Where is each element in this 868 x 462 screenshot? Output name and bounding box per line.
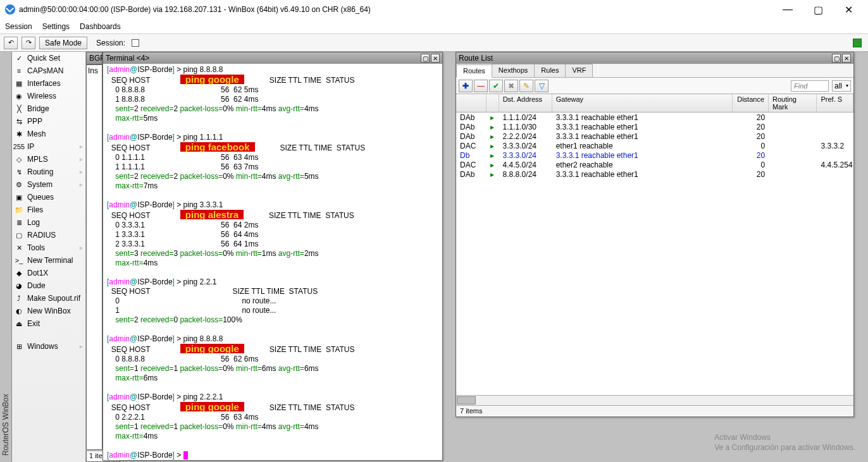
- terminal-title: Terminal <4>: [106, 54, 419, 63]
- sidebar-item-new-terminal[interactable]: >_New Terminal: [12, 254, 85, 267]
- maximize-button[interactable]: ▢: [809, 4, 828, 16]
- sidebar-item-new-winbox[interactable]: ◐New WinBox: [12, 305, 85, 317]
- route-row[interactable]: DAb▸8.8.8.0/243.3.3.1 reachable ether120: [456, 169, 853, 179]
- sidebar-item-label: Log: [27, 218, 40, 227]
- sidebar-item-ppp[interactable]: ⇆PPP: [12, 115, 85, 128]
- find-input[interactable]: [791, 80, 829, 92]
- route-toolbar: ✚ — ✔ ✖ ✎ ▽ all▾: [456, 78, 853, 94]
- route-active-icon: ▸: [487, 151, 499, 160]
- new-terminal-icon: >_: [15, 256, 23, 265]
- sidebar-item-label: Make Supout.rif: [27, 294, 80, 303]
- route-row[interactable]: DAC▸3.3.3.0/24ether1 reachable03.3.3.2: [456, 141, 853, 150]
- add-button[interactable]: ✚: [459, 80, 473, 92]
- menubar: Session Settings Dashboards: [0, 19, 868, 34]
- route-row[interactable]: DAC▸4.4.5.0/24ether2 reachable04.4.5.254: [456, 160, 853, 169]
- remove-button[interactable]: —: [474, 80, 488, 92]
- route-row[interactable]: DAb▸1.1.1.0/243.3.3.1 reachable ether120: [456, 112, 853, 122]
- annotation-badge: ping facebook: [180, 142, 255, 152]
- sidebar-item-quick-set[interactable]: ✓Quick Set: [12, 52, 85, 64]
- route-table: Dst. Address Gateway Distance Routing Ma…: [456, 94, 853, 395]
- menu-session[interactable]: Session: [5, 22, 32, 31]
- route-titlebar[interactable]: Route List ▢ ✕: [456, 52, 853, 64]
- disable-button[interactable]: ✖: [504, 80, 518, 92]
- sidebar-item-label: Dude: [27, 281, 46, 290]
- sidebar-item-tools[interactable]: ✕Tools▹: [12, 241, 85, 254]
- sidebar-item-queues[interactable]: ▣Queues: [12, 191, 85, 204]
- radius-icon: ▢: [15, 231, 23, 240]
- sidebar-item-make-supout-rif[interactable]: ⤴Make Supout.rif: [12, 292, 85, 305]
- terminal-minimize-button[interactable]: ▢: [421, 54, 430, 63]
- route-row[interactable]: DAb▸2.2.2.0/243.3.3.1 reachable ether120: [456, 131, 853, 141]
- tab-rules[interactable]: Rules: [534, 64, 566, 77]
- filter-button[interactable]: ▽: [535, 80, 549, 92]
- sidebar-item-label: Routing: [27, 167, 53, 176]
- sidebar-item-system[interactable]: ⚙System▹: [12, 178, 85, 191]
- annotation-badge: ping google: [180, 344, 244, 353]
- route-active-icon: ▸: [487, 142, 499, 150]
- close-button[interactable]: ✕: [839, 4, 858, 16]
- dude-icon: ◕: [15, 281, 23, 290]
- sidebar-item-files[interactable]: 📁Files: [12, 204, 85, 216]
- sidebar-item-log[interactable]: ≣Log: [12, 216, 85, 229]
- route-hscrollbar[interactable]: [456, 395, 853, 405]
- sidebar-item-label: Queues: [27, 193, 54, 202]
- sidebar-item-routing[interactable]: ↯Routing▹: [12, 166, 85, 178]
- route-title: Route List: [459, 54, 831, 63]
- vertical-brand-text: RouterOS WinBox: [1, 387, 10, 462]
- minimize-button[interactable]: —: [778, 4, 797, 16]
- terminal-body[interactable]: [admin@ISP-Borde] > ping 8.8.8.8 SEQ HOS…: [103, 64, 442, 460]
- col-flags[interactable]: [456, 94, 487, 112]
- col-pref-src[interactable]: Pref. S: [817, 94, 853, 112]
- safe-mode-button[interactable]: Safe Mode: [39, 37, 87, 49]
- route-row[interactable]: Db▸3.3.3.0/243.3.3.1 reachable ether120: [456, 150, 853, 160]
- enable-button[interactable]: ✔: [489, 80, 503, 92]
- sidebar-item-windows[interactable]: ⊞Windows▹: [12, 340, 85, 353]
- sidebar-item-capsman[interactable]: ≡CAPsMAN: [12, 64, 85, 77]
- undo-button[interactable]: ↶: [4, 37, 18, 49]
- col-gateway[interactable]: Gateway: [552, 94, 733, 112]
- sidebar-item-mpls[interactable]: ◇MPLS▹: [12, 153, 85, 166]
- annotation-badge: ping alestra: [180, 210, 244, 219]
- dot1x-icon: ◆: [15, 269, 23, 277]
- col-routing-mark[interactable]: Routing Mark: [769, 94, 817, 112]
- sidebar-item-ip[interactable]: 255IP▹: [12, 140, 85, 153]
- route-row[interactable]: DAb▸1.1.1.0/303.3.3.1 reachable ether120: [456, 122, 853, 131]
- sidebar-item-radius[interactable]: ▢RADIUS: [12, 229, 85, 241]
- sidebar-item-bridge[interactable]: ╳Bridge: [12, 102, 85, 115]
- sidebar-item-label: Dot1X: [27, 269, 48, 277]
- redo-button[interactable]: ↷: [22, 37, 35, 49]
- session-checkbox[interactable]: [132, 39, 139, 47]
- tab-routes[interactable]: Routes: [456, 64, 492, 78]
- interfaces-icon: ▦: [15, 79, 23, 88]
- sidebar-item-mesh[interactable]: ✱Mesh: [12, 128, 85, 140]
- sidebar-item-interfaces[interactable]: ▦Interfaces: [12, 77, 85, 90]
- menu-settings[interactable]: Settings: [42, 22, 70, 31]
- col-distance[interactable]: Distance: [733, 94, 769, 112]
- chevron-right-icon: ▹: [80, 156, 83, 162]
- terminal-close-button[interactable]: ✕: [431, 54, 440, 63]
- route-close-button[interactable]: ✕: [842, 54, 851, 63]
- sidebar-item-wireless[interactable]: ◉Wireless: [12, 90, 85, 102]
- chevron-right-icon: ▹: [80, 245, 83, 251]
- winbox-logo-icon: [5, 4, 15, 15]
- sidebar-item-label: New WinBox: [27, 307, 71, 315]
- route-active-icon: ▸: [487, 123, 499, 131]
- bg-narrow-window: Ins: [86, 64, 102, 450]
- menu-dashboards[interactable]: Dashboards: [80, 22, 121, 31]
- sidebar-item-label: CAPsMAN: [27, 66, 63, 75]
- windows-icon: ⊞: [15, 342, 23, 351]
- sidebar-item-dot1x[interactable]: ◆Dot1X: [12, 267, 85, 279]
- terminal-titlebar[interactable]: Terminal <4> ▢ ✕: [103, 52, 442, 64]
- window-titlebar: admin@50:00:00:04:00:00 (ISP-Borde) via …: [0, 0, 868, 19]
- sidebar-item-label: Exit: [27, 319, 40, 328]
- comment-button[interactable]: ✎: [519, 80, 533, 92]
- sidebar-item-dude[interactable]: ◕Dude: [12, 279, 85, 292]
- col-dst[interactable]: Dst. Address: [499, 94, 552, 112]
- sidebar-item-exit[interactable]: ⏏Exit: [12, 317, 85, 330]
- route-list-window: Route List ▢ ✕ RoutesNexthopsRulesVRF ✚ …: [456, 52, 854, 417]
- tab-vrf[interactable]: VRF: [565, 64, 593, 77]
- tab-nexthops[interactable]: Nexthops: [492, 64, 535, 77]
- all-dropdown[interactable]: all▾: [832, 80, 851, 92]
- chevron-right-icon: ▹: [80, 343, 83, 350]
- route-minimize-button[interactable]: ▢: [832, 54, 841, 63]
